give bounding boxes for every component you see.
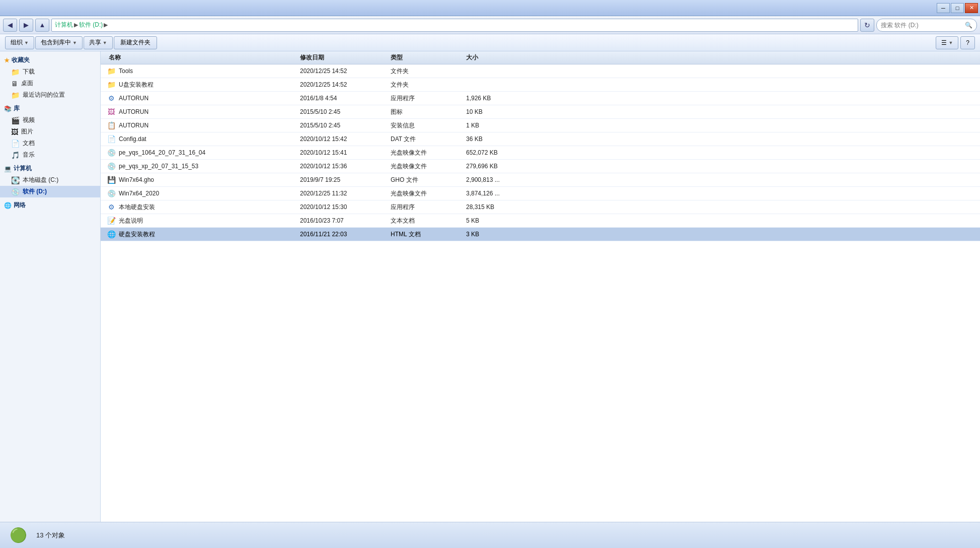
- sidebar-section-library: 📚 库 🎬 视频 🖼 图片 📄 文档 🎵 音乐: [0, 103, 100, 161]
- breadcrumb-computer[interactable]: 计算机: [55, 21, 73, 29]
- table-row[interactable]: 💿 pe_yqs_xp_20_07_31_15_53 2020/10/12 15…: [101, 160, 980, 173]
- sidebar-item-document[interactable]: 📄 文档: [0, 138, 100, 149]
- organize-dropdown-icon: ▼: [24, 40, 29, 45]
- status-bar: 🟢 13 个对象: [0, 522, 980, 548]
- up-button[interactable]: ▲: [35, 19, 49, 32]
- view-icon: ☰: [941, 39, 947, 46]
- file-icon: 💾: [107, 175, 116, 184]
- file-name: 本地硬盘安装: [119, 203, 155, 212]
- table-row[interactable]: 🖼 AUTORUN 2015/5/10 2:45 图标 10 KB: [101, 105, 980, 119]
- table-row[interactable]: ⚙ AUTORUN 2016/1/8 4:54 应用程序 1,926 KB: [101, 92, 980, 105]
- table-row[interactable]: ⚙ 本地硬盘安装 2020/10/12 15:30 应用程序 28,315 KB: [101, 200, 980, 214]
- sidebar-header-favorites[interactable]: ★ 收藏夹: [0, 54, 100, 66]
- maximize-button[interactable]: □: [951, 3, 964, 13]
- search-icon[interactable]: 🔍: [965, 22, 972, 29]
- file-icon: 📁: [107, 80, 116, 89]
- sidebar-picture-label: 图片: [21, 127, 33, 136]
- organize-button[interactable]: 组织 ▼: [5, 36, 34, 49]
- file-type: GHO 文件: [387, 175, 462, 185]
- file-name-cell: 📝 光盘说明: [105, 215, 296, 226]
- file-type: 图标: [387, 107, 462, 117]
- table-row[interactable]: 📋 AUTORUN 2015/5/10 2:45 安装信息 1 KB: [101, 119, 980, 132]
- file-name: Win7x64_2020: [119, 190, 159, 197]
- col-header-type[interactable]: 类型: [387, 53, 462, 62]
- file-size: 3 KB: [462, 230, 527, 239]
- music-icon: 🎵: [11, 151, 20, 159]
- sidebar-item-drive-d[interactable]: 💿 软件 (D:): [0, 186, 100, 197]
- title-bar: ─ □ ✕: [0, 0, 980, 16]
- file-type: DAT 文件: [387, 134, 462, 145]
- file-modified: 2016/10/23 7:07: [296, 216, 387, 225]
- minimize-button[interactable]: ─: [937, 3, 950, 13]
- search-input[interactable]: [881, 22, 963, 29]
- sidebar-item-recent[interactable]: 📁 最近访问的位置: [0, 89, 100, 101]
- table-row[interactable]: 📁 Tools 2020/12/25 14:52 文件夹: [101, 64, 980, 78]
- drive-c-icon: 💽: [11, 176, 20, 184]
- sidebar-network-label: 网络: [14, 201, 26, 210]
- search-bar[interactable]: 🔍: [876, 19, 977, 32]
- table-row[interactable]: 💾 Win7x64.gho 2019/9/7 19:25 GHO 文件 2,90…: [101, 173, 980, 187]
- table-row[interactable]: 🌐 硬盘安装教程 2016/11/21 22:03 HTML 文档 3 KB: [101, 228, 980, 241]
- file-size: 10 KB: [462, 107, 527, 116]
- breadcrumb-sep-1: ▶: [74, 22, 78, 28]
- sidebar-item-music[interactable]: 🎵 音乐: [0, 149, 100, 161]
- file-modified: 2020/12/25 14:52: [296, 66, 387, 76]
- sidebar-recent-label: 最近访问的位置: [23, 91, 65, 99]
- sidebar-item-desktop[interactable]: 🖥 桌面: [0, 78, 100, 89]
- file-name-cell: 🌐 硬盘安装教程: [105, 229, 296, 240]
- refresh-button[interactable]: ↻: [860, 19, 874, 32]
- library-icon: 📚: [4, 105, 12, 112]
- include-library-button[interactable]: 包含到库中 ▼: [35, 36, 83, 49]
- sidebar-header-computer[interactable]: 💻 计算机: [0, 163, 100, 174]
- view-button[interactable]: ☰ ▼: [936, 36, 958, 49]
- sidebar-item-picture[interactable]: 🖼 图片: [0, 126, 100, 138]
- table-row[interactable]: 💿 pe_yqs_1064_20_07_31_16_04 2020/10/12 …: [101, 146, 980, 160]
- table-row[interactable]: 📄 Config.dat 2020/10/12 15:42 DAT 文件 36 …: [101, 132, 980, 146]
- file-name: U盘安装教程: [119, 81, 154, 89]
- file-list-header: 名称 修改日期 类型 大小: [101, 51, 980, 64]
- breadcrumb-d[interactable]: 软件 (D:): [79, 21, 103, 29]
- sidebar-section-computer: 💻 计算机 💽 本地磁盘 (C:) 💿 软件 (D:): [0, 163, 100, 197]
- file-type: 光盘映像文件: [387, 188, 462, 199]
- table-row[interactable]: 📁 U盘安装教程 2020/12/25 14:52 文件夹: [101, 78, 980, 92]
- col-header-size[interactable]: 大小: [462, 53, 527, 62]
- col-header-name[interactable]: 名称: [105, 53, 296, 62]
- table-row[interactable]: 📝 光盘说明 2016/10/23 7:07 文本文档 5 KB: [101, 214, 980, 228]
- col-header-modified[interactable]: 修改日期: [296, 53, 387, 62]
- sidebar-item-download[interactable]: 📁 下载: [0, 66, 100, 78]
- desktop-icon: 🖥: [11, 80, 18, 88]
- sidebar-item-video[interactable]: 🎬 视频: [0, 114, 100, 126]
- file-modified: 2020/10/12 15:36: [296, 162, 387, 171]
- file-modified: 2016/1/8 4:54: [296, 94, 387, 103]
- folder-icon: 📁: [11, 68, 20, 76]
- forward-button[interactable]: ▶: [19, 19, 33, 32]
- back-button[interactable]: ◀: [3, 19, 17, 32]
- file-size: 279,696 KB: [462, 162, 527, 171]
- table-row[interactable]: 💿 Win7x64_2020 2020/12/25 11:32 光盘映像文件 3…: [101, 187, 980, 200]
- file-size: 5 KB: [462, 216, 527, 225]
- view-dropdown-icon: ▼: [948, 40, 953, 45]
- sidebar-header-network[interactable]: 🌐 网络: [0, 199, 100, 211]
- file-name: AUTORUN: [119, 108, 148, 115]
- sidebar-item-drive-c[interactable]: 💽 本地磁盘 (C:): [0, 174, 100, 186]
- breadcrumb[interactable]: 计算机 ▶ 软件 (D:) ▶: [51, 19, 858, 32]
- organize-label: 组织: [11, 38, 23, 47]
- star-icon: ★: [4, 57, 10, 64]
- document-icon: 📄: [11, 140, 20, 148]
- new-folder-label: 新建文件夹: [120, 38, 150, 47]
- close-button[interactable]: ✕: [965, 3, 978, 13]
- file-name: 光盘说明: [119, 217, 143, 225]
- new-folder-button[interactable]: 新建文件夹: [114, 36, 157, 49]
- file-size: [462, 84, 527, 86]
- file-name-cell: 💿 Win7x64_2020: [105, 188, 296, 199]
- toolbar-right: ☰ ▼ ?: [936, 36, 975, 49]
- sidebar-favorites-label: 收藏夹: [12, 56, 30, 64]
- file-name-cell: 💾 Win7x64.gho: [105, 174, 296, 185]
- share-label: 共享: [89, 38, 101, 47]
- sidebar-header-library[interactable]: 📚 库: [0, 103, 100, 114]
- help-button[interactable]: ?: [960, 36, 975, 49]
- file-type: 光盘映像文件: [387, 161, 462, 172]
- file-name-cell: 💿 pe_yqs_1064_20_07_31_16_04: [105, 147, 296, 158]
- file-icon: 📁: [107, 66, 116, 76]
- share-button[interactable]: 共享 ▼: [84, 36, 113, 49]
